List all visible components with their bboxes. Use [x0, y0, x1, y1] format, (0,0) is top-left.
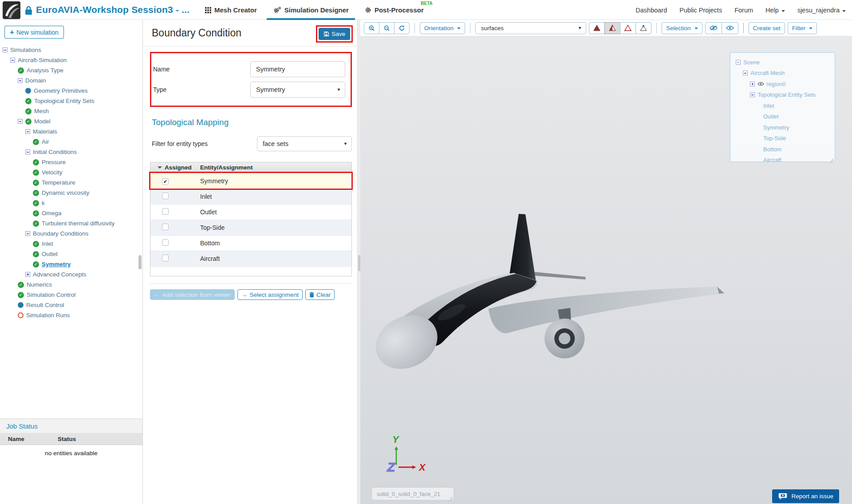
zoom-in-button[interactable] — [364, 22, 379, 34]
sim-tree-item-boundary-conditions[interactable]: Boundary Conditions — [0, 228, 142, 239]
name-input[interactable] — [250, 61, 345, 77]
show-selection-button[interactable] — [722, 22, 738, 34]
sim-tree-item-inlet[interactable]: Inlet — [0, 239, 142, 249]
sim-tree-item-numerics[interactable]: Numerics — [0, 280, 142, 290]
nav-forum[interactable]: Forum — [734, 7, 753, 14]
selection-button[interactable]: Selection — [662, 22, 702, 34]
sim-tree-item-initial-conditions[interactable]: Initial Conditions — [0, 147, 142, 157]
scene-tree-item-outlet[interactable]: Outlet — [733, 111, 832, 122]
sim-tree-item-symmetry[interactable]: Symmetry — [0, 259, 142, 269]
sim-tree-item-pressure[interactable]: Pressure — [0, 157, 142, 167]
report-issue-button[interactable]: Report an issue — [772, 489, 839, 503]
nav-help-menu[interactable]: Help — [765, 7, 785, 14]
new-simulation-button[interactable]: + New simulation — [4, 26, 64, 39]
collapse-icon[interactable] — [25, 231, 30, 236]
nav-public-projects[interactable]: Public Projects — [679, 7, 722, 14]
sim-tree-item-result-control[interactable]: Result Control — [0, 300, 142, 310]
app-logo[interactable] — [3, 1, 20, 19]
points-button[interactable] — [635, 22, 651, 34]
collapse-icon[interactable] — [750, 92, 755, 97]
entity-type-filter-select[interactable]: face sets — [257, 136, 352, 151]
type-select[interactable]: Symmetry — [250, 82, 345, 98]
scene-tree-item-bottom[interactable]: Bottom — [733, 144, 832, 155]
assigned-checkbox[interactable] — [162, 239, 169, 246]
tab-mesh-creator[interactable]: Mesh Creator — [199, 0, 263, 20]
viewer-canvas[interactable]: SceneAircraft-Meshregion0Topological Ent… — [360, 36, 852, 504]
sim-tree-item-temperature[interactable]: Temperature — [0, 177, 142, 188]
add-selection-from-viewer-button[interactable]: ← Add selection from viewer — [150, 289, 235, 300]
entity-column-header[interactable]: Entity/Assignment — [200, 164, 253, 171]
sim-tree-item-simulation-control[interactable]: Simulation Control — [0, 290, 142, 300]
orientation-button[interactable]: Orientation — [420, 22, 465, 34]
sim-tree-item-omega[interactable]: Omega — [0, 208, 142, 218]
collapse-icon[interactable] — [736, 60, 741, 65]
scene-tree-item-aircraft[interactable]: Aircraft — [733, 155, 832, 166]
expand-icon[interactable] — [25, 272, 30, 277]
scene-tree-item-topological-entity-sets[interactable]: Topological Entity Sets — [733, 90, 832, 101]
tab-post-processor[interactable]: Post-Processor BETA — [359, 0, 430, 20]
collapse-icon[interactable] — [3, 47, 8, 52]
collapse-icon[interactable] — [10, 58, 15, 63]
clear-button[interactable]: Clear — [305, 289, 335, 300]
zoom-out-button[interactable] — [379, 22, 394, 34]
collapse-icon[interactable] — [743, 71, 748, 75]
sim-tree-item-k[interactable]: k — [0, 198, 142, 208]
scene-tree-item-aircraft-mesh[interactable]: Aircraft-Mesh — [733, 68, 832, 79]
assigned-checkbox[interactable]: ✔ — [162, 178, 169, 185]
sim-tree-item-domain[interactable]: Domain — [0, 75, 142, 86]
surface-shaded-button[interactable] — [589, 22, 605, 34]
assigned-checkbox[interactable] — [162, 208, 169, 215]
entity-row-symmetry[interactable]: ✔Symmetry — [150, 173, 351, 189]
nav-dashboard[interactable]: Dashboard — [635, 7, 667, 14]
collapse-icon[interactable] — [25, 129, 30, 134]
sim-tree-item-simulations[interactable]: Simulations — [0, 45, 142, 55]
render-mode-select[interactable]: surfaces — [475, 22, 586, 34]
tab-simulation-designer[interactable]: Simulation Designer — [267, 0, 355, 20]
sim-tree-item-outlet[interactable]: Outlet — [0, 249, 142, 259]
expand-icon[interactable] — [750, 82, 755, 87]
reset-view-button[interactable] — [394, 22, 410, 34]
scene-tree-item-scene[interactable]: Scene — [733, 57, 832, 68]
resize-handle[interactable] — [829, 156, 833, 160]
sim-tree-item-model[interactable]: Model — [0, 116, 142, 126]
sort-descending-icon[interactable] — [158, 166, 162, 171]
sim-tree-item-advanced-concepts[interactable]: Advanced Concepts — [0, 269, 142, 280]
sim-tree-item-materials[interactable]: Materials — [0, 126, 142, 137]
sim-tree-item-air[interactable]: Air — [0, 137, 142, 147]
sim-tree-item-topological-entity-sets[interactable]: Topological Entity Sets — [0, 96, 142, 106]
assigned-checkbox[interactable] — [162, 193, 169, 199]
assigned-checkbox[interactable] — [162, 224, 169, 230]
user-menu[interactable]: sjesu_rajendra — [797, 7, 846, 14]
panel-splitter[interactable] — [357, 20, 360, 504]
sidebar-scrollbar-thumb[interactable] — [138, 255, 142, 269]
entity-row-top-side[interactable]: Top-Side — [150, 220, 351, 235]
sim-tree-item-geometry-primitives[interactable]: Geometry Primitives — [0, 86, 142, 96]
scene-tree-item-region0[interactable]: region0 — [733, 79, 832, 90]
sim-tree-item-dynamic-viscosity[interactable]: Dynamic viscosity — [0, 188, 142, 198]
collapse-icon[interactable] — [18, 78, 23, 83]
sim-tree-item-analysis-type[interactable]: Analysis Type — [0, 65, 142, 75]
sim-tree-item-mesh[interactable]: Mesh — [0, 106, 142, 116]
scene-tree-item-symmetry[interactable]: Symmetry — [733, 122, 832, 133]
sim-tree-item-turbulent-thermal-diffusivity[interactable]: Turbulent thermal diffusivity — [0, 218, 142, 228]
wireframe-button[interactable] — [620, 22, 636, 34]
sim-tree-item-simulation-runs[interactable]: Simulation Runs — [0, 310, 142, 320]
collapse-icon[interactable] — [18, 119, 23, 124]
entity-row-inlet[interactable]: Inlet — [150, 189, 351, 204]
save-button[interactable]: Save — [319, 28, 350, 40]
surface-mesh-button[interactable] — [604, 22, 620, 34]
scene-tree-item-top-side[interactable]: Top-Side — [733, 133, 832, 144]
entity-row-outlet[interactable]: Outlet — [150, 204, 351, 220]
create-set-button[interactable]: Create set — [749, 22, 785, 34]
sim-tree-item-velocity[interactable]: Velocity — [0, 167, 142, 177]
entity-row-bottom[interactable]: Bottom — [150, 235, 351, 251]
scene-tree-item-inlet[interactable]: Inlet — [733, 100, 832, 111]
entity-row-aircraft[interactable]: Aircraft — [150, 251, 351, 266]
sim-tree-item-aircraft-simulation[interactable]: Aircraft-Simulation — [0, 55, 142, 65]
filter-button[interactable]: Filter — [788, 22, 817, 34]
select-assignment-button[interactable]: → Select assignment — [237, 289, 303, 300]
collapse-icon[interactable] — [25, 150, 30, 154]
assigned-checkbox[interactable] — [162, 255, 169, 261]
assigned-column-header[interactable]: Assigned — [165, 164, 192, 171]
hide-selection-button[interactable] — [705, 22, 722, 34]
